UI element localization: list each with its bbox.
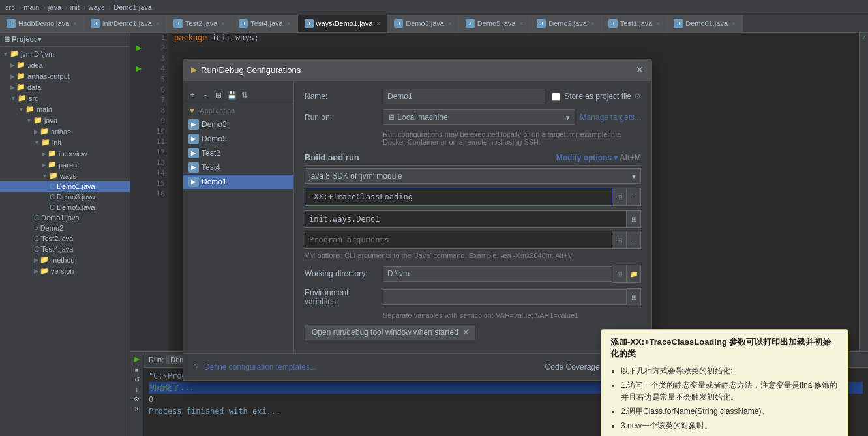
- close-tab-ways[interactable]: ×: [376, 20, 380, 27]
- config-item-icon-demo5: ▶: [188, 134, 199, 144]
- tree-test4[interactable]: C Test4.java: [0, 244, 130, 254]
- code-coverage-title: Code Coverage: [545, 362, 600, 371]
- main-class-input[interactable]: [305, 210, 627, 228]
- manage-targets-link[interactable]: Manage targets...: [580, 113, 641, 122]
- tree-interview[interactable]: ▶ 📁 interview: [0, 148, 130, 159]
- sdk-select[interactable]: java 8 SDK of 'jvm' module: [305, 168, 641, 184]
- copy-config-button[interactable]: ⊞: [212, 89, 225, 102]
- env-vars-input[interactable]: [383, 289, 627, 305]
- tab-test2[interactable]: J Test2.java ×: [167, 15, 232, 32]
- remove-config-button[interactable]: -: [199, 89, 212, 102]
- tree-demo2[interactable]: ○ Demo2: [0, 223, 130, 233]
- store-as-project-file-label[interactable]: Store as project file: [552, 92, 631, 101]
- tab-init-demo1[interactable]: J init\Demo1.java ×: [84, 15, 167, 32]
- tree-test2[interactable]: C Test2.java: [0, 233, 130, 244]
- open-tool-window-button[interactable]: Open run/debug tool window when started …: [305, 325, 475, 340]
- expand-icon: ▼: [188, 107, 196, 115]
- tree-init[interactable]: ▼ 📁 init: [0, 137, 130, 148]
- tree-version[interactable]: ▶ 📁 version: [0, 265, 130, 276]
- run-settings-icon[interactable]: ⚙: [134, 396, 140, 403]
- close-tab-test2[interactable]: ×: [221, 20, 225, 27]
- tree-demo5-ways[interactable]: C Demo5.java: [0, 202, 130, 212]
- vm-options-input[interactable]: [305, 188, 612, 206]
- close-tab-hsdb[interactable]: ×: [73, 20, 77, 27]
- main-class-expand-button[interactable]: ⊞: [627, 210, 641, 228]
- gutter-run-2[interactable]: ▶: [136, 64, 142, 74]
- define-templates-link[interactable]: Define configuration templates...: [204, 362, 316, 371]
- open-tool-window-close[interactable]: ×: [464, 328, 468, 337]
- close-tab-test4[interactable]: ×: [287, 20, 291, 27]
- tab-demo3[interactable]: J Demo3.java ×: [387, 15, 459, 32]
- run-description: Run configurations may be executed local…: [383, 130, 641, 146]
- tab-test1[interactable]: J Test1.java ×: [602, 15, 667, 32]
- sdk-select-wrap: java 8 SDK of 'jvm' module ▼: [305, 168, 641, 184]
- close-tab-demo3[interactable]: ×: [448, 20, 452, 27]
- vm-options-more-button[interactable]: ⋯: [627, 188, 641, 206]
- project-label: ⊞ Project ▾: [4, 35, 42, 44]
- run-rerun-icon[interactable]: ↺: [134, 376, 140, 383]
- tree-parent[interactable]: ▶ 📁 parent: [0, 159, 130, 170]
- close-tab-test1[interactable]: ×: [656, 20, 660, 27]
- run-on-select[interactable]: 🖥 Local machine: [383, 109, 575, 125]
- run-stop-icon[interactable]: ■: [134, 366, 138, 373]
- run-scroll-icon[interactable]: ↕: [135, 386, 138, 393]
- run-play-icon[interactable]: ▶: [134, 355, 140, 364]
- tab-demo2[interactable]: J Demo2.java ×: [530, 15, 602, 32]
- close-tab-demo2[interactable]: ×: [591, 20, 595, 27]
- arrow-data: ▶: [10, 84, 15, 91]
- help-icon[interactable]: ?: [194, 362, 199, 372]
- tab-test4[interactable]: J Test4.java ×: [232, 15, 297, 32]
- tree-idea[interactable]: ▶ 📁 .idea: [0, 59, 130, 70]
- name-row: Name: Store as project file ⚙: [305, 89, 641, 104]
- working-dir-input[interactable]: [383, 266, 612, 282]
- tree-main[interactable]: ▼ 📁 main: [0, 104, 130, 115]
- config-item-demo3[interactable]: ▶ Demo3: [183, 117, 293, 132]
- name-input[interactable]: [383, 89, 545, 104]
- tree-arthas-pkg[interactable]: ▶ 📁 arthas: [0, 126, 130, 137]
- env-vars-expand-button[interactable]: ⊞: [627, 288, 641, 306]
- close-tab-demo01[interactable]: ×: [732, 20, 736, 27]
- tab-hsdb[interactable]: J HsdbDemo.java ×: [0, 15, 84, 32]
- config-item-test4[interactable]: ▶ Test4: [183, 160, 293, 175]
- dialog-close-button[interactable]: ✕: [636, 65, 644, 75]
- tooltip-item-2: 2.调用Class.forName(String className)。: [621, 405, 839, 417]
- folder-icon-java: 📁: [33, 116, 42, 124]
- config-item-demo5[interactable]: ▶ Demo5: [183, 132, 293, 146]
- save-config-button[interactable]: 💾: [225, 89, 238, 102]
- tree-jvm[interactable]: ▼ 📁 jvm D:\jvm: [0, 48, 130, 59]
- tree-java[interactable]: ▼ 📁 java: [0, 115, 130, 126]
- breadcrumb-src: src: [5, 3, 15, 11]
- tab-demo01[interactable]: J Demo01.java ×: [667, 15, 743, 32]
- program-args-more-button[interactable]: ⋯: [627, 231, 641, 249]
- line-numbers: 1 2 3 4 5 6 7 8 9 10 11 12 13 14 15 16: [146, 33, 169, 351]
- config-item-test2[interactable]: ▶ Test2: [183, 146, 293, 160]
- close-tab-demo5[interactable]: ×: [519, 20, 523, 27]
- vm-options-expand-button[interactable]: ⊞: [612, 188, 627, 206]
- sort-config-button[interactable]: ⇅: [238, 89, 251, 102]
- tree-ways[interactable]: ▼ 📁 ways: [0, 170, 130, 181]
- store-as-project-file-checkbox[interactable]: [552, 93, 560, 101]
- close-tab-init[interactable]: ×: [156, 20, 160, 27]
- program-args-expand-button[interactable]: ⊞: [612, 231, 627, 249]
- config-item-demo1[interactable]: ▶ Demo1: [183, 175, 293, 189]
- working-dir-expand-button[interactable]: ⊞: [612, 265, 627, 283]
- tree-src[interactable]: ▼ 📁 src: [0, 93, 130, 104]
- modify-options-button[interactable]: Modify options ▾ Alt+M: [556, 153, 641, 162]
- tree-data[interactable]: ▶ 📁 data: [0, 81, 130, 93]
- line-4: 4: [146, 64, 165, 74]
- store-settings-icon[interactable]: ⚙: [634, 92, 641, 101]
- tree-demo1-init[interactable]: C Demo1.java: [0, 212, 130, 223]
- tree-demo3-ways[interactable]: C Demo3.java: [0, 192, 130, 202]
- tree-demo1-ways[interactable]: C Demo1.java: [0, 181, 130, 192]
- tree-method[interactable]: ▶ 📁 method: [0, 254, 130, 265]
- tab-demo5[interactable]: J Demo5.java ×: [459, 15, 531, 32]
- gutter-run-1[interactable]: ▶: [136, 43, 142, 53]
- arrow-init: ▼: [34, 139, 40, 146]
- add-config-button[interactable]: +: [186, 89, 199, 102]
- tree-arthas-output[interactable]: ▶ 📁 arthas-output: [0, 70, 130, 81]
- program-args-input[interactable]: [305, 231, 612, 249]
- arrow-version: ▶: [34, 268, 38, 274]
- run-close-icon[interactable]: ×: [135, 405, 139, 413]
- tab-ways-demo1[interactable]: J ways\Demo1.java ×: [298, 15, 388, 32]
- working-dir-browse-button[interactable]: 📁: [627, 265, 641, 283]
